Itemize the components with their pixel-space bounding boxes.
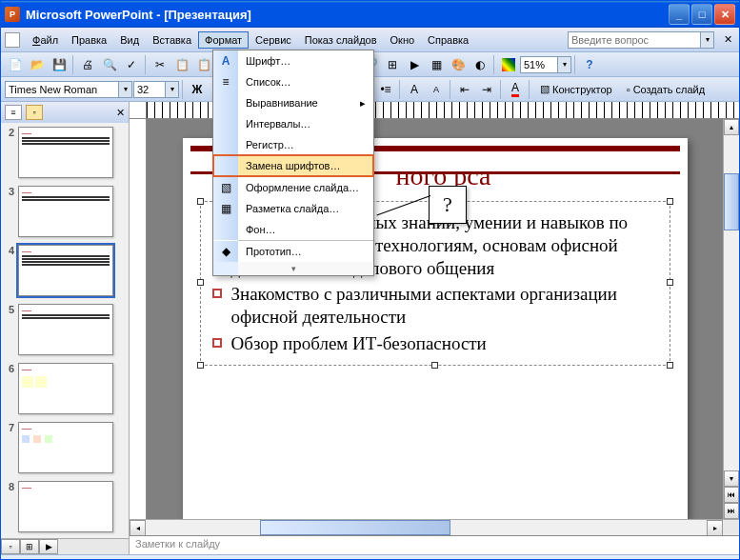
font-size-input[interactable] — [133, 81, 166, 98]
horizontal-scrollbar[interactable]: ◂ ▸ — [130, 519, 739, 535]
thumbnail-7[interactable]: —— — [18, 422, 113, 473]
menu-item-background[interactable]: Фон… — [213, 219, 373, 240]
menu-window[interactable]: Окно — [384, 31, 422, 49]
inner-close-button[interactable]: ✕ — [720, 32, 735, 48]
menu-insert[interactable]: Вставка — [146, 31, 198, 49]
help-search[interactable]: ▾ — [568, 31, 714, 49]
new-button[interactable]: 📄 — [5, 54, 26, 75]
preview-button[interactable]: 🔍 — [99, 54, 120, 75]
decrease-indent-button[interactable]: ⇤ — [454, 79, 475, 100]
thumbnail-6[interactable]: —— — [18, 363, 113, 414]
color-button[interactable]: 🎨 — [448, 54, 469, 75]
thumbnails-list[interactable]: 2—— 3—— 4—— 5—— 6—— 7—— 8—— — [1, 123, 129, 538]
menu-tools[interactable]: Сервис — [249, 31, 298, 49]
thumbnail-4[interactable]: —— — [18, 245, 113, 296]
menu-expand[interactable]: ▾ — [213, 262, 373, 275]
bold-button[interactable]: Ж — [187, 79, 208, 100]
bullets-button[interactable]: •≡ — [375, 79, 396, 100]
spell-button[interactable]: ✓ — [121, 54, 142, 75]
menu-help[interactable]: Справка — [421, 31, 475, 49]
new-slide-icon: ▫ — [627, 84, 630, 95]
paste-button[interactable]: 📋 — [193, 54, 214, 75]
design-button[interactable]: ▧ Конструктор — [533, 80, 619, 98]
menu-item-font[interactable]: A Шрифт… — [213, 50, 373, 71]
save-button[interactable]: 💾 — [49, 54, 70, 75]
copy-button[interactable]: 📋 — [171, 54, 192, 75]
scroll-thumb[interactable] — [724, 173, 739, 230]
notes-pane[interactable]: Заметки к слайду — [130, 535, 739, 554]
status-bar: Слайд 4 из 20 Квадрант русский (Россия) — [1, 554, 739, 560]
menu-item-bullets[interactable]: ≡ Список… — [213, 71, 373, 92]
help-input[interactable] — [568, 31, 701, 49]
zoom-combo[interactable]: ▾ — [520, 56, 571, 73]
slideshow-view-button[interactable]: ▶ — [39, 539, 58, 554]
menu-item-prototype[interactable]: ◆ Прототип… — [213, 241, 373, 262]
show-button[interactable]: ▶ — [404, 54, 425, 75]
font-name-combo[interactable]: ▾ — [5, 81, 132, 98]
scroll-up-button[interactable]: ▴ — [724, 119, 739, 135]
open-button[interactable]: 📂 — [27, 54, 48, 75]
powerpoint-icon: P — [5, 7, 20, 22]
font-color-button[interactable]: A — [505, 79, 526, 100]
menu-format[interactable]: Формат — [198, 31, 249, 49]
layout-icon: ▦ — [221, 202, 231, 215]
menu-view[interactable]: Вид — [113, 31, 146, 49]
print-button[interactable]: 🖨 — [77, 54, 98, 75]
close-button[interactable]: ✕ — [714, 4, 735, 25]
prev-slide-button[interactable]: ⏮ — [724, 487, 739, 503]
grid-button[interactable]: ▦ — [426, 54, 447, 75]
increase-font-button[interactable]: A — [404, 79, 425, 100]
format-dropdown: A Шрифт… ≡ Список… Выравнивание▸ Интерва… — [212, 50, 374, 276]
menu-file[interactable]: Файлdocument.currentScript.previousSibli… — [26, 31, 65, 49]
outline-tab[interactable]: ≡ — [5, 105, 22, 120]
vertical-ruler — [130, 119, 147, 519]
menu-item-slide-layout[interactable]: ▦ Разметка слайда… — [213, 198, 373, 219]
pane-close-button[interactable]: ✕ — [116, 107, 125, 119]
slides-tab[interactable]: ▫ — [26, 105, 43, 120]
zoom-input[interactable] — [520, 56, 558, 73]
decrease-font-button[interactable]: A — [426, 79, 447, 100]
new-slide-button[interactable]: ▫ Создать слайд — [620, 81, 711, 98]
increase-indent-button[interactable]: ⇥ — [476, 79, 497, 100]
thumbnail-5[interactable]: —— — [18, 304, 113, 355]
swatch-button[interactable] — [498, 54, 519, 75]
hscroll-thumb[interactable] — [260, 520, 450, 535]
normal-view-button[interactable]: ▫ — [1, 539, 20, 554]
menu-item-slide-design[interactable]: ▧ Оформление слайда… — [213, 177, 373, 198]
menu-item-alignment[interactable]: Выравнивание▸ — [213, 92, 373, 113]
window-title: Microsoft PowerPoint - [Презентация] — [26, 8, 669, 22]
scroll-down-button[interactable]: ▾ — [724, 470, 739, 487]
minimize-button[interactable]: _ — [669, 4, 690, 25]
doc-icon — [5, 32, 20, 48]
cut-button[interactable]: ✂ — [150, 54, 170, 75]
vertical-scrollbar[interactable]: ▴ ▾ ⏮ ⏭ — [723, 119, 739, 519]
sorter-view-button[interactable]: ⊞ — [20, 539, 39, 554]
scroll-left-button[interactable]: ◂ — [130, 520, 146, 536]
help-dropdown-icon[interactable]: ▾ — [701, 31, 714, 49]
expand-button[interactable]: ⊞ — [382, 54, 403, 75]
slides-pane: ≡ ▫ ✕ 2—— 3—— 4—— 5—— 6—— 7—— 8—— ▫ ⊞ ▶ — [1, 102, 130, 554]
menu-item-case[interactable]: Регистр… — [213, 134, 373, 155]
menu-item-replace-fonts[interactable]: Замена шрифтов… — [213, 155, 373, 176]
list-icon: ≡ — [222, 75, 229, 89]
bullet-text[interactable]: Обзор проблем ИТ-безопасности — [231, 332, 487, 355]
grayscale-button[interactable]: ◐ — [470, 54, 490, 75]
menu-item-spacing[interactable]: Интервалы… — [213, 113, 373, 134]
bullet-text[interactable]: Знакомство с различными аспектами органи… — [231, 283, 664, 329]
submenu-arrow-icon: ▸ — [360, 97, 366, 110]
design-icon: ▧ — [540, 83, 550, 95]
thumbnail-8[interactable]: —— — [18, 481, 113, 532]
next-slide-button[interactable]: ⏭ — [724, 503, 739, 519]
scroll-right-button[interactable]: ▸ — [707, 520, 723, 536]
font-size-combo[interactable]: ▾ — [133, 81, 179, 98]
callout: ? — [429, 186, 467, 224]
menu-slideshow[interactable]: Показ слайдов — [298, 31, 384, 49]
thumbnail-2[interactable]: —— — [18, 127, 113, 178]
title-bar: P Microsoft PowerPoint - [Презентация] _… — [1, 1, 739, 28]
color-swatch-icon — [502, 58, 515, 71]
font-name-input[interactable] — [5, 81, 119, 98]
menu-edit[interactable]: Правка — [65, 31, 113, 49]
thumbnail-3[interactable]: —— — [18, 186, 113, 237]
maximize-button[interactable]: □ — [691, 4, 712, 25]
help-button[interactable]: ? — [579, 54, 600, 75]
